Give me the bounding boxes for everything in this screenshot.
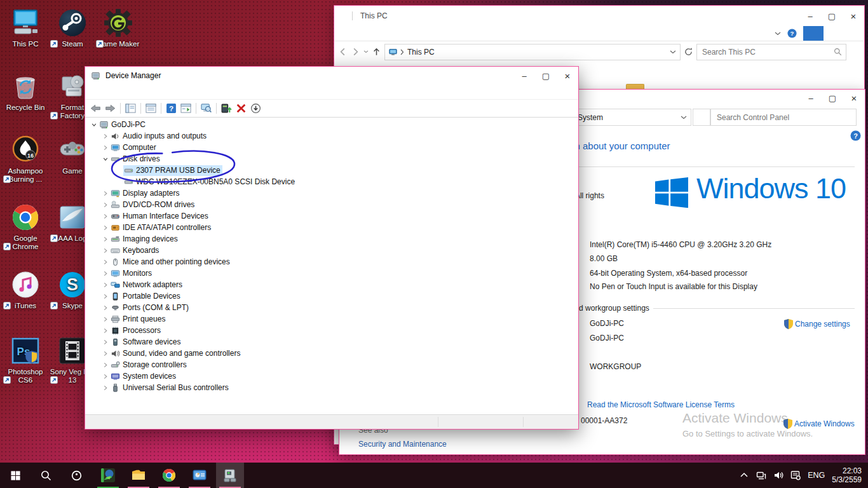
- scan-hardware-changes-button[interactable]: [199, 101, 214, 116]
- expander-icon[interactable]: [101, 214, 110, 219]
- tree-item[interactable]: Network adapters: [85, 279, 578, 290]
- action-pane-button[interactable]: [179, 101, 193, 116]
- desktop-icon-itunes[interactable]: iTunes: [3, 269, 48, 310]
- maximize-button[interactable]: ▢: [821, 11, 843, 21]
- tab-file[interactable]: [803, 26, 824, 41]
- network-icon[interactable]: [756, 470, 766, 480]
- properties-button[interactable]: [144, 101, 158, 116]
- language-indicator[interactable]: ENG: [808, 471, 825, 480]
- tree-item[interactable]: System devices: [85, 370, 578, 382]
- show-console-tree-button[interactable]: [123, 101, 138, 116]
- license-terms-link[interactable]: Read the Microsoft Software License Term…: [587, 400, 735, 409]
- toolbar-separator[interactable]: [140, 103, 141, 114]
- expander-icon[interactable]: [101, 305, 110, 311]
- tree-item[interactable]: Monitors: [85, 268, 578, 279]
- search-box[interactable]: [696, 44, 846, 60]
- action-center-icon[interactable]: [790, 470, 801, 480]
- taskbar-search-button[interactable]: [31, 463, 61, 488]
- desktop-icon-google-chrome[interactable]: Google Chrome: [3, 202, 48, 251]
- device-manager-titlebar[interactable]: Device Manager – ▢ ×: [85, 67, 578, 85]
- tab-view[interactable]: [844, 26, 864, 41]
- taskbar-device-manager-button[interactable]: [216, 463, 244, 488]
- minimize-button[interactable]: –: [799, 11, 821, 21]
- tree-item[interactable]: GoDJi-PC: [85, 119, 578, 130]
- expander-icon[interactable]: [101, 248, 110, 254]
- expander-icon[interactable]: [101, 282, 110, 288]
- expander-icon[interactable]: [101, 351, 110, 356]
- tray-chevron-icon[interactable]: [739, 470, 749, 480]
- desktop-icon-this-pc[interactable]: This PC: [3, 8, 48, 48]
- close-button[interactable]: ×: [843, 93, 865, 104]
- tab-computer[interactable]: [824, 26, 844, 41]
- desktop-icon-recycle-bin[interactable]: Recycle Bin: [3, 71, 48, 112]
- taskbar-idm-button[interactable]: [94, 463, 122, 488]
- expander-icon[interactable]: [101, 339, 110, 345]
- minimize-button[interactable]: –: [513, 71, 535, 81]
- expander-icon[interactable]: [101, 202, 110, 208]
- expander-icon[interactable]: [101, 236, 110, 242]
- tree-item[interactable]: Processors: [85, 325, 578, 336]
- expander-icon[interactable]: [101, 133, 110, 139]
- tree-item[interactable]: IDE ATA/ATAPI controllers: [85, 222, 578, 233]
- tree-item[interactable]: Sound, video and game controllers: [85, 348, 578, 359]
- address-dropdown-icon[interactable]: [670, 50, 676, 54]
- expander-icon[interactable]: [101, 156, 110, 162]
- disable-button[interactable]: [248, 101, 263, 116]
- tree-item[interactable]: Human Interface Devices: [85, 210, 578, 222]
- close-button[interactable]: ×: [843, 11, 864, 22]
- refresh-icon[interactable]: [684, 47, 693, 57]
- help-icon[interactable]: ?: [850, 130, 861, 141]
- desktop-icon-steam[interactable]: Steam: [50, 8, 95, 48]
- expander-icon[interactable]: [101, 145, 110, 151]
- help-icon[interactable]: ?: [787, 29, 797, 38]
- taskbar-circle-app-button[interactable]: [61, 463, 92, 488]
- desktop-icon-game-maker[interactable]: Game Maker: [95, 8, 141, 48]
- tree-item[interactable]: Ports (COM & LPT): [85, 302, 578, 313]
- start-button[interactable]: [0, 463, 31, 488]
- search-input[interactable]: [715, 112, 851, 123]
- taskbar-file-explorer-button[interactable]: [125, 463, 153, 488]
- help-button[interactable]: ?: [164, 101, 179, 116]
- desktop-icon-ashampoo-burning[interactable]: 16 Ashampoo Burning ...: [3, 135, 48, 184]
- tree-item[interactable]: DVD/CD-ROM drives: [85, 199, 578, 210]
- toolbar-separator[interactable]: [161, 103, 161, 114]
- this-pc-titlebar[interactable]: This PC – ▢ ×: [334, 6, 864, 26]
- search-input[interactable]: [701, 47, 834, 57]
- recent-locations-chevron-icon[interactable]: [363, 50, 369, 53]
- tree-item[interactable]: Mice and other pointing devices: [85, 256, 578, 268]
- expander-icon[interactable]: [101, 294, 110, 299]
- back-button[interactable]: [88, 101, 103, 116]
- security-and-maintenance-link[interactable]: Security and Maintenance: [358, 440, 447, 449]
- maximize-button[interactable]: ▢: [535, 71, 557, 81]
- address-dropdown-icon[interactable]: [681, 116, 687, 119]
- activate-windows-link[interactable]: Activate Windows: [794, 419, 855, 428]
- breadcrumb-chevron-icon[interactable]: [400, 49, 404, 55]
- taskbar-chrome-button[interactable]: [155, 463, 183, 488]
- address-bar[interactable]: This PC: [384, 44, 681, 60]
- tree-item[interactable]: Display adapters: [85, 187, 578, 199]
- toolbar-separator[interactable]: [216, 103, 217, 114]
- uninstall-button[interactable]: [234, 101, 248, 116]
- tree-item[interactable]: Storage controllers: [85, 359, 578, 370]
- toolbar-separator[interactable]: [120, 103, 121, 114]
- maximize-button[interactable]: ▢: [822, 93, 843, 103]
- expander-icon[interactable]: [101, 385, 110, 391]
- forward-icon[interactable]: [351, 47, 360, 57]
- toolbar-separator[interactable]: [196, 103, 196, 114]
- refresh-button[interactable]: [693, 109, 710, 126]
- tree-item[interactable]: Disk drives: [85, 153, 578, 165]
- tree-item[interactable]: Print queues: [85, 313, 578, 325]
- desktop-icon-photoshop-cs6[interactable]: Ps Photoshop CS6: [3, 336, 48, 384]
- expander-icon[interactable]: [101, 374, 110, 379]
- back-icon[interactable]: [338, 47, 348, 57]
- update-driver-button[interactable]: [219, 101, 234, 116]
- expander-icon[interactable]: [101, 191, 110, 196]
- tree-item[interactable]: Computer: [85, 142, 578, 153]
- expander-icon[interactable]: [90, 122, 98, 128]
- change-settings-link[interactable]: Change settings: [795, 320, 850, 329]
- tree-item[interactable]: WDC WD10EZEX-00BN5A0 SCSI Disk Device: [85, 176, 578, 187]
- expander-icon[interactable]: [101, 316, 110, 322]
- volume-icon[interactable]: [773, 470, 783, 480]
- expander-icon[interactable]: [101, 362, 110, 368]
- forward-button[interactable]: [103, 101, 118, 116]
